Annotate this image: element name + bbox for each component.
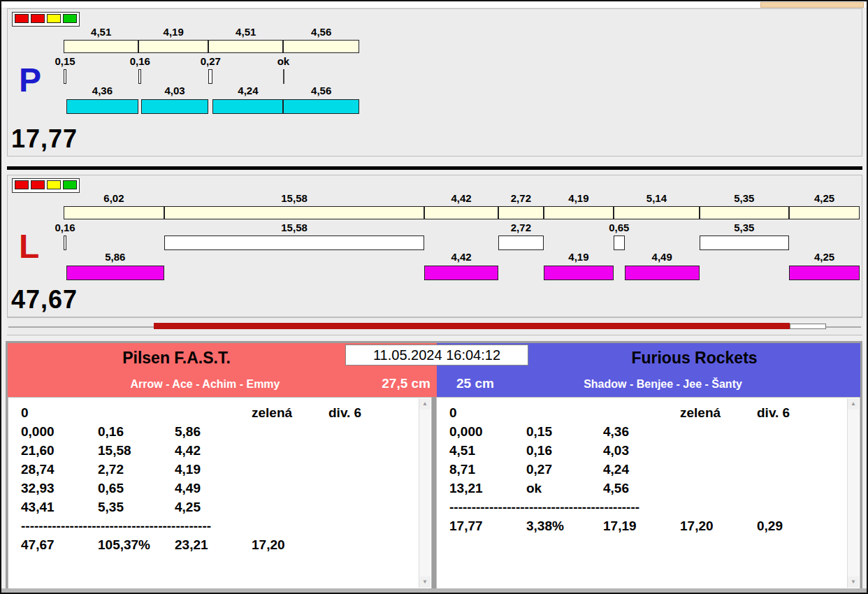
result-row: 8,710,274,24	[449, 460, 846, 479]
result-cell: div. 6	[757, 403, 834, 422]
result-cell: ok	[526, 479, 603, 498]
bar-time-label: 4,42	[451, 251, 471, 263]
bar-time-label: 4,24	[238, 85, 258, 96]
result-cell: 0,000	[21, 422, 98, 441]
scroll-up-icon[interactable]: ▲	[848, 398, 859, 410]
result-cell: 4,19	[175, 460, 252, 479]
timing-app-window: P 4,514,194,514,560,150,160,27ok4,364,03…	[0, 0, 868, 594]
team-right-scrollbar[interactable]: ▲ ▼	[847, 398, 859, 588]
scroll-down-icon[interactable]: ▼	[419, 577, 431, 588]
interval-box	[64, 69, 66, 84]
result-cell: 0,16	[526, 441, 603, 460]
result-cell: 15,58	[98, 441, 175, 460]
team-right-name: Furious Rockets	[528, 349, 860, 368]
bar-time-label: 4,56	[311, 85, 331, 96]
bar-time-label: 4,51	[236, 26, 256, 38]
split-bar	[498, 206, 544, 219]
result-cell: 0,000	[449, 422, 526, 441]
results-tables: 0zelenádiv. 60,0000,165,8621,6015,584,42…	[8, 397, 860, 589]
split-bar	[614, 206, 700, 219]
team-right-jump-height: 25 cm	[456, 376, 547, 391]
bar-time-label: 4,36	[92, 85, 113, 96]
result-row: 4,510,164,03	[449, 441, 846, 460]
dog-run-bar	[424, 266, 498, 280]
result-row: 0zelenádiv. 6	[21, 403, 417, 422]
lane-l-bars-canvas: 6,0215,584,422,724,195,145,354,250,1615,…	[8, 175, 862, 317]
result-cell: 17,20	[252, 535, 328, 554]
scroll-up-icon[interactable]: ▲	[419, 398, 431, 410]
dog-run-bar	[283, 99, 359, 114]
dog-run-bar	[66, 266, 164, 280]
lane-p-panel: P 4,514,194,514,560,150,160,27ok4,364,03…	[7, 8, 862, 157]
dog-run-bar	[789, 266, 860, 280]
bar-time-label: 2,72	[511, 192, 531, 204]
bar-time-label: 4,25	[814, 192, 834, 204]
result-cell: 32,93	[21, 479, 98, 498]
split-bar	[283, 40, 359, 53]
lane-l-panel: L 6,0215,584,422,724,195,145,354,250,161…	[7, 175, 862, 317]
timestamp: 11.05.2024 16:04:12	[345, 345, 528, 365]
interval-box	[498, 236, 544, 250]
top-scrollbar-thumb[interactable]	[760, 2, 864, 8]
scroll-down-icon[interactable]: ▼	[848, 577, 859, 588]
bar-time-label: 5,35	[734, 222, 754, 233]
result-cell: 105,37%	[98, 535, 175, 554]
result-cell: 4,36	[603, 422, 680, 441]
result-cell: zelená	[252, 403, 328, 422]
result-row: 0,0000,154,36	[449, 422, 846, 441]
bar-time-label: 5,14	[646, 192, 667, 204]
result-row: 0,0000,165,86	[21, 422, 417, 441]
interval-box	[700, 236, 789, 250]
team-left-scrollbar[interactable]: ▲ ▼	[419, 398, 431, 588]
result-cell: 13,21	[449, 479, 526, 498]
result-cell: 0	[21, 403, 98, 422]
result-row: 43,415,354,25	[21, 498, 417, 516]
bar-time-label: 0,15	[55, 55, 75, 67]
bar-time-label: 15,58	[281, 192, 308, 204]
race-progress-strip	[7, 317, 862, 335]
result-cell: zelená	[680, 403, 757, 422]
result-cell: 0,65	[98, 479, 175, 498]
result-cell: 4,25	[175, 498, 252, 516]
team-headers: Pilsen F.A.S.T. Furious Rockets Arrow - …	[8, 343, 860, 397]
result-cell: 3,38%	[526, 516, 603, 535]
bar-time-label: 0,16	[130, 55, 150, 67]
result-cell: 43,41	[21, 498, 98, 516]
result-cell: 0,16	[98, 422, 175, 441]
result-row: 28,742,724,19	[21, 460, 417, 479]
team-left-results-table: 0zelenádiv. 60,0000,165,8621,6015,584,42…	[8, 399, 417, 587]
bar-time-label: 4,49	[652, 251, 672, 263]
result-row: 47,67105,37%23,2117,20	[21, 535, 417, 554]
ok-tick	[283, 69, 284, 84]
result-cell: 4,56	[603, 479, 680, 498]
bar-time-label: 4,42	[451, 192, 471, 204]
progress-bar	[154, 323, 790, 329]
split-bar	[164, 206, 424, 219]
result-cell: 17,77	[449, 516, 526, 535]
bar-time-label: 2,72	[511, 222, 531, 233]
result-cell: 5,35	[98, 498, 175, 516]
team-right-results-table: 0zelenádiv. 60,0000,154,364,510,164,038,…	[437, 399, 846, 587]
result-cell: 47,67	[21, 535, 98, 554]
bar-time-label: 0,65	[609, 222, 629, 233]
split-bar	[64, 40, 138, 53]
result-cell: 5,86	[175, 422, 252, 441]
result-cell: 4,24	[603, 460, 680, 479]
result-cell: 0,27	[526, 460, 603, 479]
result-row: ----------------------------------------…	[21, 516, 417, 535]
lane-p-bars-canvas: 4,514,194,514,560,150,160,27ok4,364,034,…	[8, 9, 862, 156]
dog-run-bar	[544, 266, 614, 280]
bar-time-label: 4,51	[91, 26, 111, 38]
top-scrollbar[interactable]	[1, 1, 867, 8]
team-right-results-panel: 0zelenádiv. 60,0000,154,364,510,164,038,…	[436, 397, 860, 589]
result-cell: 8,71	[449, 460, 526, 479]
bar-time-label: 6,02	[103, 192, 124, 204]
lane-l-total-time: 47,67	[11, 287, 78, 312]
split-bar	[64, 206, 164, 219]
progress-end-box	[790, 324, 826, 329]
bar-time-label: 15,58	[281, 222, 308, 233]
result-cell: 4,51	[449, 441, 526, 460]
bar-time-label: 4,56	[311, 26, 331, 38]
split-bar	[138, 40, 208, 53]
interval-box	[208, 69, 212, 84]
